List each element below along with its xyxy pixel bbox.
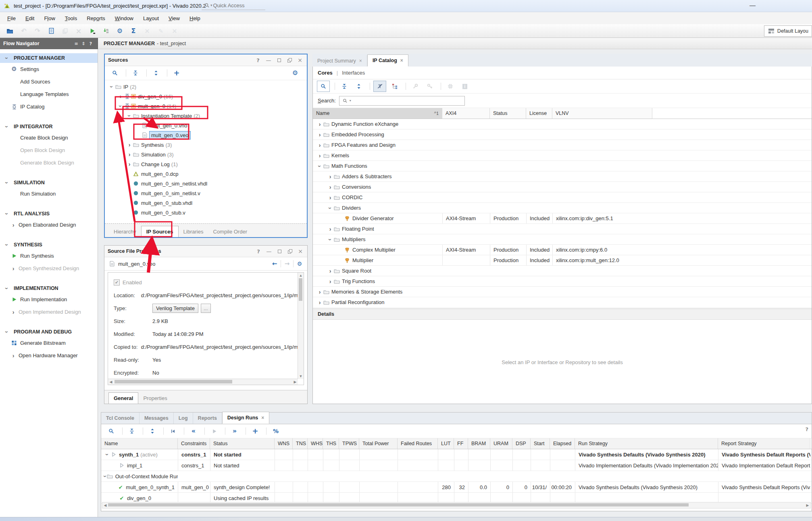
- column-header-wns[interactable]: WNS: [275, 438, 293, 449]
- column-header-run-strategy[interactable]: Run Strategy: [575, 438, 718, 449]
- catalog-row-floating-point[interactable]: ›Floating Point: [313, 224, 812, 234]
- sidebar-item-generate-bitstream[interactable]: Generate Bitstream: [0, 337, 98, 349]
- sidebar-item-settings[interactable]: ⚙Settings: [0, 63, 98, 75]
- tab-general[interactable]: General: [108, 392, 138, 404]
- tab-log[interactable]: Log: [174, 413, 193, 424]
- info-button[interactable]: i: [459, 81, 471, 92]
- checkbox-checked-icon[interactable]: ✔: [114, 279, 120, 286]
- tab-reports[interactable]: Reports: [193, 413, 222, 424]
- run-row-synth-1[interactable]: ›synth_1 (active)constrs_1Not startedViv…: [101, 449, 812, 460]
- open-project-button[interactable]: [4, 26, 16, 36]
- chevron-down-icon[interactable]: ›: [118, 103, 123, 109]
- chevron-right-icon[interactable]: ›: [317, 289, 323, 295]
- chevron-down-icon[interactable]: ›: [4, 286, 10, 291]
- chevron-down-icon[interactable]: ›: [102, 475, 108, 477]
- collapse-all-icon[interactable]: ≡: [73, 40, 80, 47]
- chevron-down-icon[interactable]: ›: [317, 163, 323, 169]
- key-button[interactable]: [424, 81, 436, 92]
- minimize-window-button[interactable]: —: [750, 2, 756, 8]
- chevron-right-icon[interactable]: ›: [327, 174, 333, 179]
- chevron-right-icon[interactable]: ›: [317, 121, 323, 127]
- column-header-tns[interactable]: TNS: [293, 438, 308, 449]
- maximize-icon[interactable]: [275, 57, 283, 63]
- catalog-row-fpga-features-and-design[interactable]: ›FPGA Features and Design: [313, 140, 812, 150]
- column-header-ff[interactable]: FF: [454, 438, 468, 449]
- column-header-tpws[interactable]: TPWS: [339, 438, 359, 449]
- close-tab-icon[interactable]: ×: [261, 415, 264, 421]
- chevron-down-icon[interactable]: ›: [127, 113, 132, 119]
- scrollbar-thumb[interactable]: [299, 278, 302, 301]
- scroll-left-icon[interactable]: ◀: [102, 502, 108, 508]
- plus-button[interactable]: +: [171, 68, 183, 78]
- tree-item-instantiation-template[interactable]: ›Instantiation Template(2): [105, 111, 307, 121]
- float-icon[interactable]: [286, 57, 293, 63]
- column-header-status[interactable]: Status: [490, 108, 526, 119]
- funnel-button[interactable]: [373, 81, 386, 92]
- rewind-button[interactable]: «: [187, 426, 200, 436]
- tree-item-synthesis[interactable]: ›Synthesis(3): [105, 140, 307, 150]
- sidebar-item-create-block-design[interactable]: Create Block Design: [0, 131, 98, 144]
- catalog-search-input[interactable]: [352, 97, 462, 104]
- skip-first-button[interactable]: [167, 426, 179, 436]
- sidebar-item-open-synthesized-design[interactable]: ›Open Synthesized Design: [0, 262, 98, 275]
- tree-item-mult_gen_0_sim_netlist.vhdl[interactable]: ›mult_gen_0_sim_netlist.vhdl: [105, 179, 307, 188]
- chevron-down-icon[interactable]: ›: [4, 211, 10, 217]
- minimize-icon[interactable]: —: [265, 57, 272, 63]
- undo-button[interactable]: ↶: [18, 26, 30, 36]
- menu-file[interactable]: File: [2, 14, 21, 23]
- catalog-row-kernels[interactable]: ›Kernels: [313, 150, 812, 161]
- tree-item-ip[interactable]: ›IP(2): [105, 82, 307, 92]
- menu-layout[interactable]: Layout: [138, 14, 164, 23]
- chevron-right-icon[interactable]: ›: [118, 94, 123, 99]
- catalog-row-partial-reconfiguration[interactable]: ›Partial Reconfiguration: [313, 297, 812, 308]
- hierarchy-button[interactable]: [389, 81, 401, 92]
- step-button[interactable]: 0110: [100, 26, 112, 36]
- chevron-right-icon[interactable]: ›: [127, 161, 132, 167]
- wrench-button[interactable]: [409, 81, 421, 92]
- expand-all-button[interactable]: [353, 81, 365, 92]
- chevron-down-icon[interactable]: ›: [109, 84, 115, 90]
- chevron-right-icon[interactable]: ›: [10, 266, 16, 271]
- search-button[interactable]: [317, 81, 330, 92]
- flow-section-header[interactable]: ›RTL ANALYSIS: [0, 209, 98, 219]
- sidebar-item-ip-catalog[interactable]: IP Catalog: [0, 100, 98, 113]
- close-icon[interactable]: ×: [297, 248, 304, 254]
- catalog-row-cordic[interactable]: ›CORDIC: [313, 192, 812, 203]
- sidebar-item-run-simulation[interactable]: Run Simulation: [0, 188, 98, 200]
- catalog-row-memories-storage-elements[interactable]: ›Memories & Storage Elements: [313, 287, 812, 297]
- tree-item-div_gen_0[interactable]: ›div_gen_0(16): [105, 92, 307, 101]
- column-header-axi4[interactable]: AXI4: [442, 108, 490, 119]
- chevron-down-icon[interactable]: ›: [4, 55, 10, 61]
- scroll-right-icon[interactable]: ▶: [805, 502, 810, 508]
- menu-edit[interactable]: Edit: [21, 14, 39, 23]
- column-header-lut[interactable]: LUT: [438, 438, 454, 449]
- chevron-right-icon[interactable]: ›: [127, 142, 132, 148]
- scrollbar-thumb[interactable]: [108, 503, 689, 506]
- chevron-down-icon[interactable]: ›: [104, 452, 110, 457]
- run-row-mult-gen-0-synth-1[interactable]: ›✔mult_gen_0_synth_1mult_gen_0synth_desi…: [101, 482, 812, 493]
- tab-tcl-console[interactable]: Tcl Console: [101, 413, 139, 424]
- chevron-right-icon[interactable]: ›: [317, 142, 323, 148]
- sources-panel-header[interactable]: Sources ? — ×: [105, 54, 307, 66]
- forward-icon[interactable]: →: [283, 260, 291, 267]
- help-icon[interactable]: ?: [254, 57, 262, 63]
- catalog-row-trig-functions[interactable]: ›Trig Functions: [313, 276, 812, 287]
- chip-button[interactable]: [444, 81, 456, 92]
- scroll-right-icon[interactable]: ▶: [292, 379, 298, 385]
- back-icon[interactable]: ←: [271, 260, 278, 267]
- tree-item-mult_gen_0[interactable]: ›mult_gen_0(14): [105, 101, 307, 111]
- chevron-right-icon[interactable]: ›: [327, 195, 333, 200]
- collapse-all-button[interactable]: [338, 81, 350, 92]
- column-header-elapsed[interactable]: Elapsed: [550, 438, 575, 449]
- run-row-out-of-context-module-runs[interactable]: ›Out-of-Context Module Runs: [101, 471, 812, 482]
- help-icon[interactable]: ?: [255, 248, 262, 254]
- tree-item-simulation[interactable]: ›Simulation(3): [105, 150, 307, 159]
- tree-item-change-log[interactable]: ›Change Log(1): [105, 159, 307, 169]
- redo-button[interactable]: ↷: [31, 26, 44, 36]
- settings-gear-button[interactable]: ⚙: [289, 68, 301, 78]
- chevron-right-icon[interactable]: ›: [127, 152, 132, 157]
- tree-item-mult_gen_0.veo[interactable]: ›mult_gen_0.veo: [105, 130, 307, 140]
- menu-tools[interactable]: Tools: [60, 14, 82, 23]
- chevron-down-icon[interactable]: ›: [4, 124, 10, 129]
- tree-item-mult_gen_0_stub.v[interactable]: ›mult_gen_0_stub.v: [105, 208, 307, 217]
